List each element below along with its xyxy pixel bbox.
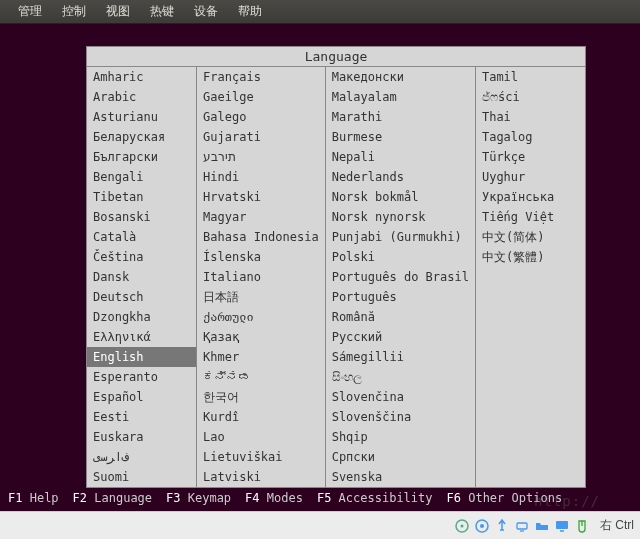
language-option[interactable]: Български [87, 147, 196, 167]
fkey-f3[interactable]: F3 Keymap [166, 491, 231, 505]
language-option[interactable]: Ελληνικά [87, 327, 196, 347]
language-option[interactable]: Euskara [87, 427, 196, 447]
language-option[interactable]: 中文(繁體) [476, 247, 585, 267]
language-option[interactable]: Uyghur [476, 167, 585, 187]
language-option[interactable]: Sámegillii [326, 347, 475, 367]
language-option[interactable]: Arabic [87, 87, 196, 107]
language-option[interactable]: Burmese [326, 127, 475, 147]
language-option[interactable]: ಕನ್ನಡ [197, 367, 325, 387]
language-columns: AmharicArabicAsturianuБеларускаяБългарск… [87, 67, 585, 487]
menu-control[interactable]: 控制 [52, 0, 96, 24]
language-option[interactable]: Gaeilge [197, 87, 325, 107]
language-option[interactable]: 中文(简体) [476, 227, 585, 247]
language-option[interactable]: 한국어 [197, 387, 325, 407]
network-icon[interactable] [514, 518, 530, 534]
language-option[interactable]: Português [326, 287, 475, 307]
language-option[interactable]: Hrvatski [197, 187, 325, 207]
language-option[interactable]: Беларуская [87, 127, 196, 147]
language-option[interactable]: ქართული [197, 307, 325, 327]
language-option[interactable]: Norsk bokmål [326, 187, 475, 207]
language-option[interactable]: Shqip [326, 427, 475, 447]
language-option[interactable]: Tibetan [87, 187, 196, 207]
usb-icon[interactable] [494, 518, 510, 534]
vm-screen[interactable]: Language AmharicArabicAsturianuБеларуска… [0, 24, 640, 511]
language-option[interactable]: Türkçe [476, 147, 585, 167]
language-option[interactable]: Español [87, 387, 196, 407]
language-option[interactable]: Dzongkha [87, 307, 196, 327]
language-column: FrançaisGaeilgeGalegoGujaratiתירבעHindiH… [197, 67, 326, 487]
hard-disk-icon[interactable] [474, 518, 490, 534]
language-option[interactable]: Қазақ [197, 327, 325, 347]
language-option[interactable]: Čeština [87, 247, 196, 267]
language-option[interactable]: Català [87, 227, 196, 247]
language-option[interactable]: Bahasa Indonesia [197, 227, 325, 247]
language-option[interactable]: Dansk [87, 267, 196, 287]
language-option[interactable]: Italiano [197, 267, 325, 287]
menu-view[interactable]: 视图 [96, 0, 140, 24]
language-option[interactable]: Tagalog [476, 127, 585, 147]
language-option[interactable]: Македонски [326, 67, 475, 87]
language-option[interactable]: Tamil [476, 67, 585, 87]
language-option[interactable]: Esperanto [87, 367, 196, 387]
language-option[interactable]: Українська [476, 187, 585, 207]
language-option[interactable]: Galego [197, 107, 325, 127]
language-option[interactable]: Asturianu [87, 107, 196, 127]
language-option[interactable]: Gujarati [197, 127, 325, 147]
language-option[interactable]: Lietuviškai [197, 447, 325, 467]
language-option[interactable]: Deutsch [87, 287, 196, 307]
language-option[interactable]: Slovenščina [326, 407, 475, 427]
language-option[interactable]: ජ්ෆści [476, 87, 585, 107]
language-option[interactable]: Amharic [87, 67, 196, 87]
mouse-integration-icon[interactable] [574, 518, 590, 534]
svg-point-1 [461, 524, 464, 527]
menu-manage[interactable]: 管理 [8, 0, 52, 24]
language-option[interactable]: Eesti [87, 407, 196, 427]
language-option[interactable]: Khmer [197, 347, 325, 367]
display-icon[interactable] [554, 518, 570, 534]
language-option[interactable]: Lao [197, 427, 325, 447]
language-option[interactable]: Bosanski [87, 207, 196, 227]
language-option[interactable]: Latviski [197, 467, 325, 487]
fkey-f5[interactable]: F5 Accessibility [317, 491, 433, 505]
menu-help[interactable]: 帮助 [228, 0, 272, 24]
fkey-f2[interactable]: F2 Language [73, 491, 152, 505]
language-option[interactable]: Français [197, 67, 325, 87]
language-option[interactable]: Svenska [326, 467, 475, 487]
language-option[interactable]: Nepali [326, 147, 475, 167]
language-option[interactable]: Kurdî [197, 407, 325, 427]
language-option[interactable]: Magyar [197, 207, 325, 227]
menu-devices[interactable]: 设备 [184, 0, 228, 24]
language-option[interactable]: සිංහල [326, 367, 475, 387]
language-option[interactable]: Norsk nynorsk [326, 207, 475, 227]
language-option[interactable]: Punjabi (Gurmukhi) [326, 227, 475, 247]
disc-icon[interactable] [454, 518, 470, 534]
language-option[interactable]: ﻑﺍﺮﺳی [87, 447, 196, 467]
language-option[interactable]: Bengali [87, 167, 196, 187]
menubar: 管理 控制 视图 热键 设备 帮助 [0, 0, 640, 24]
language-option[interactable]: Íslenska [197, 247, 325, 267]
language-option[interactable]: Русский [326, 327, 475, 347]
language-option[interactable]: Tiếng Việt [476, 207, 585, 227]
language-option[interactable]: Slovenčina [326, 387, 475, 407]
language-option[interactable]: תירבע [197, 147, 325, 167]
language-option[interactable]: Thai [476, 107, 585, 127]
language-option[interactable]: Polski [326, 247, 475, 267]
language-option[interactable]: Nederlands [326, 167, 475, 187]
language-option[interactable]: Malayalam [326, 87, 475, 107]
language-option[interactable]: Marathi [326, 107, 475, 127]
svg-rect-5 [556, 521, 568, 529]
language-column: Tamilජ්ෆściThaiTagalogTürkçeUyghurУкраїн… [476, 67, 585, 487]
language-option[interactable]: Српски [326, 447, 475, 467]
language-option[interactable]: English [87, 347, 196, 367]
fkey-f4[interactable]: F4 Modes [245, 491, 303, 505]
fkey-f1[interactable]: F1 Help [8, 491, 59, 505]
menu-hotkeys[interactable]: 热键 [140, 0, 184, 24]
statusbar: 右 Ctrl [0, 511, 640, 539]
language-option[interactable]: 日本語 [197, 287, 325, 307]
language-option[interactable]: Português do Brasil [326, 267, 475, 287]
language-option[interactable]: Română [326, 307, 475, 327]
svg-rect-4 [517, 523, 527, 529]
language-option[interactable]: Hindi [197, 167, 325, 187]
shared-folder-icon[interactable] [534, 518, 550, 534]
language-option[interactable]: Suomi [87, 467, 196, 487]
